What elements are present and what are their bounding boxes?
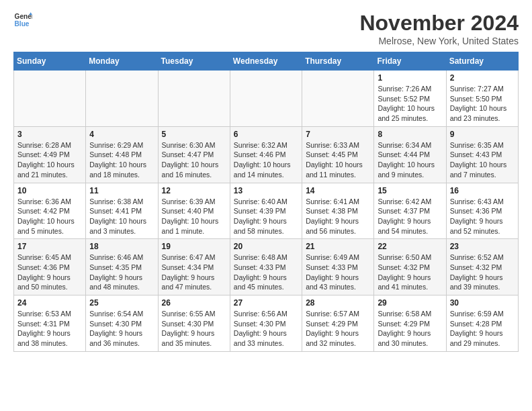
day-number: 19	[162, 242, 226, 251]
day-number: 12	[162, 186, 226, 195]
day-number: 26	[162, 298, 226, 308]
day-info: Sunrise: 7:26 AM Sunset: 5:52 PM Dayligh…	[378, 84, 442, 124]
day-number: 6	[234, 130, 298, 139]
day-number: 16	[450, 186, 515, 195]
weekday-header-friday: Friday	[374, 52, 446, 71]
day-number: 18	[89, 242, 154, 251]
day-cell	[86, 71, 158, 127]
day-number: 8	[378, 130, 442, 139]
day-info: Sunrise: 6:57 AM Sunset: 4:29 PM Dayligh…	[306, 309, 370, 349]
week-row-4: 17Sunrise: 6:45 AM Sunset: 4:36 PM Dayli…	[14, 239, 519, 295]
day-info: Sunrise: 6:58 AM Sunset: 4:29 PM Dayligh…	[378, 309, 442, 349]
day-cell: 11Sunrise: 6:38 AM Sunset: 4:41 PM Dayli…	[86, 183, 158, 239]
day-number: 1	[378, 73, 442, 83]
day-number: 5	[162, 130, 226, 139]
day-info: Sunrise: 6:41 AM Sunset: 4:38 PM Dayligh…	[306, 197, 370, 236]
day-number: 10	[17, 186, 82, 195]
day-info: Sunrise: 6:49 AM Sunset: 4:33 PM Dayligh…	[306, 253, 370, 292]
day-info: Sunrise: 6:28 AM Sunset: 4:49 PM Dayligh…	[17, 140, 82, 180]
day-cell: 15Sunrise: 6:42 AM Sunset: 4:37 PM Dayli…	[374, 183, 446, 239]
day-number: 9	[450, 130, 515, 139]
day-cell: 5Sunrise: 6:30 AM Sunset: 4:47 PM Daylig…	[158, 126, 230, 183]
weekday-header-saturday: Saturday	[446, 52, 518, 71]
day-number: 17	[17, 242, 82, 251]
day-number: 24	[17, 298, 82, 308]
day-cell: 24Sunrise: 6:53 AM Sunset: 4:31 PM Dayli…	[14, 295, 86, 352]
day-cell	[158, 71, 230, 127]
day-cell: 4Sunrise: 6:29 AM Sunset: 4:48 PM Daylig…	[86, 126, 158, 183]
header: General Blue November 2024 Melrose, New …	[13, 11, 519, 46]
day-number: 4	[89, 130, 154, 139]
day-cell: 20Sunrise: 6:48 AM Sunset: 4:33 PM Dayli…	[230, 239, 302, 295]
day-cell: 17Sunrise: 6:45 AM Sunset: 4:36 PM Dayli…	[14, 239, 86, 295]
day-info: Sunrise: 6:30 AM Sunset: 4:47 PM Dayligh…	[162, 140, 226, 180]
day-number: 29	[378, 298, 442, 308]
day-number: 7	[306, 130, 370, 139]
day-cell	[230, 71, 302, 127]
day-cell: 3Sunrise: 6:28 AM Sunset: 4:49 PM Daylig…	[14, 126, 86, 183]
day-info: Sunrise: 6:59 AM Sunset: 4:28 PM Dayligh…	[450, 309, 515, 349]
week-row-2: 3Sunrise: 6:28 AM Sunset: 4:49 PM Daylig…	[14, 126, 519, 183]
day-cell: 1Sunrise: 7:26 AM Sunset: 5:52 PM Daylig…	[374, 71, 446, 127]
weekday-header-wednesday: Wednesday	[230, 52, 302, 71]
day-number: 3	[17, 130, 82, 139]
day-info: Sunrise: 6:54 AM Sunset: 4:30 PM Dayligh…	[89, 309, 154, 349]
day-info: Sunrise: 6:46 AM Sunset: 4:35 PM Dayligh…	[89, 253, 154, 292]
day-info: Sunrise: 6:56 AM Sunset: 4:30 PM Dayligh…	[234, 309, 298, 349]
day-cell: 18Sunrise: 6:46 AM Sunset: 4:35 PM Dayli…	[86, 239, 158, 295]
day-info: Sunrise: 6:52 AM Sunset: 4:32 PM Dayligh…	[450, 253, 515, 292]
day-cell: 8Sunrise: 6:34 AM Sunset: 4:44 PM Daylig…	[374, 126, 446, 183]
day-info: Sunrise: 6:33 AM Sunset: 4:45 PM Dayligh…	[306, 140, 370, 180]
day-number: 13	[234, 186, 298, 195]
weekday-header-tuesday: Tuesday	[158, 52, 230, 71]
day-number: 14	[306, 186, 370, 195]
day-cell: 26Sunrise: 6:55 AM Sunset: 4:30 PM Dayli…	[158, 295, 230, 352]
day-cell	[14, 71, 86, 127]
day-cell: 16Sunrise: 6:43 AM Sunset: 4:36 PM Dayli…	[446, 183, 518, 239]
day-info: Sunrise: 6:48 AM Sunset: 4:33 PM Dayligh…	[234, 253, 298, 292]
week-row-5: 24Sunrise: 6:53 AM Sunset: 4:31 PM Dayli…	[14, 295, 519, 352]
logo-icon: General Blue	[13, 11, 32, 30]
day-cell: 28Sunrise: 6:57 AM Sunset: 4:29 PM Dayli…	[302, 295, 374, 352]
day-number: 22	[378, 242, 442, 251]
day-info: Sunrise: 6:53 AM Sunset: 4:31 PM Dayligh…	[17, 309, 82, 349]
day-cell: 14Sunrise: 6:41 AM Sunset: 4:38 PM Dayli…	[302, 183, 374, 239]
calendar-table: SundayMondayTuesdayWednesdayThursdayFrid…	[13, 52, 519, 352]
location: Melrose, New York, United States	[359, 36, 519, 46]
day-number: 25	[89, 298, 154, 308]
day-cell: 22Sunrise: 6:50 AM Sunset: 4:32 PM Dayli…	[374, 239, 446, 295]
day-info: Sunrise: 6:39 AM Sunset: 4:40 PM Dayligh…	[162, 197, 226, 236]
day-cell: 19Sunrise: 6:47 AM Sunset: 4:34 PM Dayli…	[158, 239, 230, 295]
day-number: 30	[450, 298, 515, 308]
day-cell: 13Sunrise: 6:40 AM Sunset: 4:39 PM Dayli…	[230, 183, 302, 239]
week-row-3: 10Sunrise: 6:36 AM Sunset: 4:42 PM Dayli…	[14, 183, 519, 239]
day-cell: 12Sunrise: 6:39 AM Sunset: 4:40 PM Dayli…	[158, 183, 230, 239]
weekday-header-row: SundayMondayTuesdayWednesdayThursdayFrid…	[14, 52, 519, 71]
week-row-1: 1Sunrise: 7:26 AM Sunset: 5:52 PM Daylig…	[14, 71, 519, 127]
day-info: Sunrise: 6:32 AM Sunset: 4:46 PM Dayligh…	[234, 140, 298, 180]
day-cell: 25Sunrise: 6:54 AM Sunset: 4:30 PM Dayli…	[86, 295, 158, 352]
day-info: Sunrise: 6:45 AM Sunset: 4:36 PM Dayligh…	[17, 253, 82, 292]
month-title: November 2024	[359, 11, 519, 36]
day-info: Sunrise: 6:55 AM Sunset: 4:30 PM Dayligh…	[162, 309, 226, 349]
title-area: November 2024 Melrose, New York, United …	[359, 11, 519, 46]
logo: General Blue	[13, 11, 32, 30]
day-number: 20	[234, 242, 298, 251]
day-info: Sunrise: 6:29 AM Sunset: 4:48 PM Dayligh…	[89, 140, 154, 180]
weekday-header-sunday: Sunday	[14, 52, 86, 71]
day-number: 11	[89, 186, 154, 195]
day-cell: 30Sunrise: 6:59 AM Sunset: 4:28 PM Dayli…	[446, 295, 518, 352]
day-info: Sunrise: 6:35 AM Sunset: 4:43 PM Dayligh…	[450, 140, 515, 180]
day-number: 2	[450, 73, 515, 83]
day-cell: 27Sunrise: 6:56 AM Sunset: 4:30 PM Dayli…	[230, 295, 302, 352]
day-cell	[302, 71, 374, 127]
day-info: Sunrise: 6:42 AM Sunset: 4:37 PM Dayligh…	[378, 197, 442, 236]
day-cell: 2Sunrise: 7:27 AM Sunset: 5:50 PM Daylig…	[446, 71, 518, 127]
svg-text:Blue: Blue	[15, 20, 30, 28]
day-cell: 6Sunrise: 6:32 AM Sunset: 4:46 PM Daylig…	[230, 126, 302, 183]
day-cell: 10Sunrise: 6:36 AM Sunset: 4:42 PM Dayli…	[14, 183, 86, 239]
day-cell: 23Sunrise: 6:52 AM Sunset: 4:32 PM Dayli…	[446, 239, 518, 295]
day-cell: 7Sunrise: 6:33 AM Sunset: 4:45 PM Daylig…	[302, 126, 374, 183]
day-cell: 9Sunrise: 6:35 AM Sunset: 4:43 PM Daylig…	[446, 126, 518, 183]
day-info: Sunrise: 6:47 AM Sunset: 4:34 PM Dayligh…	[162, 253, 226, 292]
